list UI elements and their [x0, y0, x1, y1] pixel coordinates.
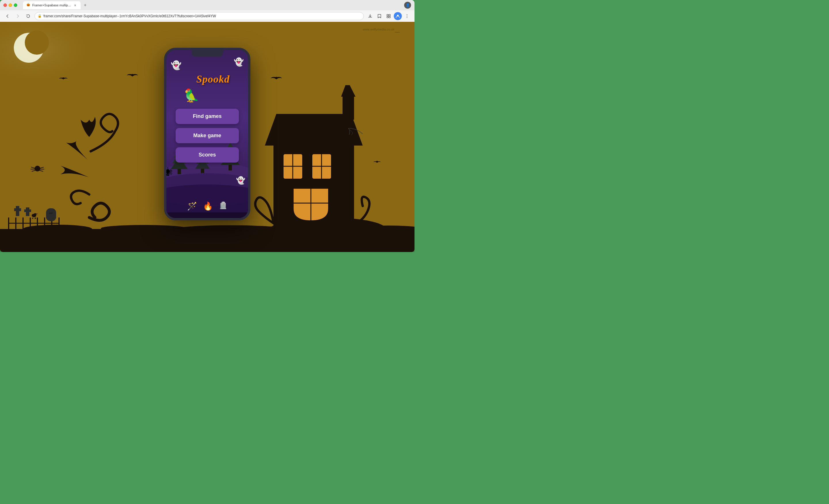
svg-rect-37 — [312, 154, 331, 179]
back-button[interactable] — [3, 12, 11, 20]
svg-line-19 — [31, 167, 36, 168]
bookmark-icon[interactable] — [375, 12, 384, 20]
forward-button[interactable] — [14, 12, 22, 20]
svg-point-16 — [265, 224, 368, 232]
tombstone-icon: 🪦 — [219, 201, 227, 211]
svg-rect-72 — [228, 165, 232, 170]
svg-line-21 — [32, 170, 36, 171]
phone-mockup: 👻 👻 Spookd 🦜 Find games Make game Sc — [164, 48, 250, 220]
svg-rect-12 — [0, 229, 414, 252]
find-games-button[interactable]: Find games — [176, 109, 239, 124]
fire-icon: 🔥 — [203, 201, 213, 211]
svg-rect-68 — [178, 169, 181, 174]
svg-point-13 — [23, 225, 92, 233]
toolbar-actions — [366, 12, 411, 20]
svg-point-14 — [101, 225, 187, 232]
svg-marker-33 — [341, 85, 356, 96]
tab-bar: 🎃 Framer+Supabase multiplay... ✕ + — [23, 1, 392, 9]
ghost-right-icon: 👻 — [234, 57, 244, 67]
svg-point-17 — [354, 226, 414, 232]
download-icon[interactable] — [366, 12, 374, 20]
ghost-bottom-icon: 👻 — [236, 176, 245, 185]
svg-marker-31 — [265, 114, 363, 146]
lock-icon: 🔒 — [38, 14, 42, 18]
svg-point-27 — [275, 77, 278, 79]
app-title-container: Spookd — [185, 63, 230, 85]
svg-rect-34 — [284, 154, 302, 179]
tab-favicon-icon: 🎃 — [27, 3, 31, 7]
character-icon: 🦜 — [184, 88, 200, 103]
content-area: RIP www.wellymedia.co.uk — [0, 22, 414, 252]
cauldron-icon: 🪄 — [187, 201, 197, 211]
tab-title: Framer+Supabase multiplay... — [32, 3, 71, 7]
svg-rect-2 — [387, 16, 388, 18]
extensions-icon[interactable] — [385, 12, 393, 20]
spider-icon: 🕷 — [167, 167, 173, 178]
svg-rect-3 — [389, 16, 390, 18]
svg-point-5 — [407, 14, 407, 15]
new-tab-button[interactable]: + — [82, 2, 89, 9]
scores-button[interactable]: Scores — [176, 147, 239, 162]
svg-rect-32 — [343, 96, 354, 120]
tab-close-icon[interactable]: ✕ — [73, 3, 77, 7]
title-bar: 🎃 Framer+Supabase multiplay... ✕ + 👤 — [0, 0, 414, 10]
svg-point-59 — [34, 213, 36, 216]
traffic-lights — [3, 3, 17, 7]
menu-buttons: Find games Make game Scores — [176, 109, 239, 162]
svg-point-28 — [376, 161, 378, 162]
svg-line-24 — [39, 170, 43, 171]
toolbar: 🔒 framer.com/share/Framer-Supabase-multi… — [0, 10, 414, 22]
svg-rect-76 — [201, 169, 204, 173]
svg-rect-0 — [387, 14, 388, 16]
ghost-left-icon: 👻 — [171, 60, 181, 70]
svg-point-7 — [407, 17, 407, 17]
svg-point-10 — [14, 33, 44, 63]
svg-point-42 — [348, 134, 352, 139]
svg-rect-30 — [274, 146, 354, 229]
browser-window: 🎃 Framer+Supabase multiplay... ✕ + 👤 🔒 f… — [0, 0, 414, 252]
minimize-button[interactable] — [9, 3, 12, 7]
svg-point-18 — [35, 166, 40, 171]
phone-screen: 👻 👻 Spookd 🦜 Find games Make game Sc — [167, 50, 248, 218]
menu-icon[interactable] — [403, 12, 411, 20]
phone-container: 👻 👻 Spookd 🦜 Find games Make game Sc — [164, 48, 250, 220]
svg-rect-52 — [16, 206, 19, 216]
active-tab[interactable]: 🎃 Framer+Supabase multiplay... ✕ — [23, 1, 81, 9]
bottom-decorations: 🪄 🔥 🪦 — [187, 201, 227, 211]
svg-text:www.wellymedia.co.uk: www.wellymedia.co.uk — [362, 28, 395, 31]
address-bar[interactable]: 🔒 framer.com/share/Framer-Supabase-multi… — [35, 12, 364, 20]
url-text: framer.com/share/Framer-Supabase-multipl… — [43, 14, 361, 18]
halloween-background: RIP www.wellymedia.co.uk — [0, 22, 414, 252]
phone-notch — [191, 50, 223, 57]
make-game-button[interactable]: Make game — [176, 128, 239, 143]
svg-rect-55 — [24, 209, 31, 212]
svg-rect-54 — [26, 207, 29, 216]
svg-point-11 — [25, 31, 49, 55]
svg-point-25 — [63, 77, 64, 79]
svg-rect-1 — [389, 14, 390, 16]
svg-point-26 — [131, 74, 134, 76]
svg-line-22 — [39, 167, 44, 168]
profile-icon[interactable]: 👤 — [404, 2, 411, 9]
user-profile-button[interactable] — [394, 12, 402, 20]
svg-point-6 — [407, 15, 407, 16]
svg-point-29 — [271, 218, 386, 240]
svg-rect-53 — [14, 208, 21, 211]
maximize-button[interactable] — [14, 3, 17, 7]
refresh-button[interactable] — [24, 12, 32, 20]
svg-text:RIP: RIP — [49, 212, 53, 215]
svg-rect-56 — [46, 208, 56, 221]
svg-point-15 — [173, 225, 288, 234]
svg-point-58 — [32, 214, 36, 217]
close-button[interactable] — [3, 3, 7, 7]
svg-rect-77 — [167, 212, 248, 218]
app-title: Spookd — [196, 73, 230, 85]
